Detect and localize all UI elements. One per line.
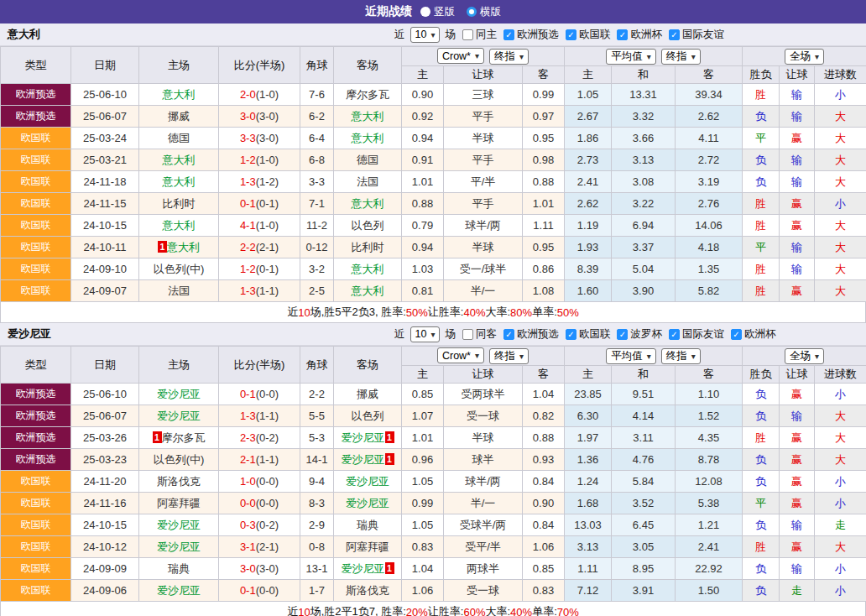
avg-away: 1.52 (676, 405, 743, 427)
league-checkbox[interactable]: ✓ (503, 329, 514, 340)
league-checkbox[interactable]: ✓ (731, 329, 742, 340)
league-checkbox[interactable]: ✓ (617, 29, 628, 40)
average-select[interactable]: 平均值▾ (606, 348, 656, 364)
summary-segment: 40% (463, 306, 485, 319)
avg-home: 23.85 (565, 384, 612, 405)
match-date: 25-06-07 (71, 106, 139, 128)
halftime-score: (1-1) (256, 453, 279, 466)
league-label: 欧洲杯 (744, 327, 776, 342)
league-label: 波罗杯 (630, 327, 662, 342)
odds-home: 0.94 (402, 237, 444, 258)
average-select[interactable]: 平均值▾ (606, 49, 656, 65)
filter-near-label: 近 (394, 327, 405, 342)
score: 1-2(1-0) (219, 149, 300, 171)
halftime-score: (1-1) (256, 410, 279, 422)
home-team-name: 爱沙尼亚 (157, 519, 201, 531)
bookmaker-select[interactable]: Crow*▾ (437, 347, 484, 363)
away-team-name: 意大利 (352, 197, 384, 210)
avg-home: 1.86 (565, 128, 612, 149)
avg-draw: 8.95 (612, 558, 676, 580)
odds-time-select[interactable]: 终指▾ (489, 348, 529, 364)
home-team: 以色列(中) (139, 258, 219, 280)
league-checkbox[interactable]: ✓ (669, 329, 680, 340)
score: 3-0(3-0) (219, 106, 300, 128)
avg-draw: 6.45 (612, 514, 676, 536)
odds-handicap: 平手 (444, 193, 523, 215)
recent-count-select[interactable]: 10▾ (410, 27, 441, 43)
result-goals: 小 (815, 384, 866, 405)
radio-horizontal-layout[interactable]: 横版 (467, 5, 501, 19)
away-team: 阿塞拜疆 (334, 536, 402, 558)
home-team-name: 爱沙尼亚 (157, 540, 201, 553)
result-outcome: 胜 (743, 84, 780, 106)
result-goals: 小 (815, 558, 866, 580)
league-checkbox[interactable]: ✓ (669, 29, 680, 40)
fulltime-score: 3-0 (240, 562, 256, 575)
radio-vertical-layout[interactable]: 竖版 (420, 5, 455, 19)
same-venue-checkbox[interactable] (462, 29, 473, 40)
bookmaker-select-value: Crow* (442, 350, 471, 362)
avg-home: 13.03 (565, 514, 612, 536)
same-venue-checkbox[interactable] (462, 329, 473, 340)
avg-away: 1.50 (676, 580, 743, 602)
fulltime-score: 1-3 (240, 175, 256, 188)
home-team: 法国 (139, 280, 219, 302)
away-team-name: 爱沙尼亚 (346, 497, 389, 509)
away-team-name: 爱沙尼亚 (342, 453, 385, 466)
match-date: 25-06-07 (71, 405, 139, 427)
summary-segment: 70% (557, 606, 579, 616)
result-outcome: 胜 (743, 193, 780, 215)
odds-away: 0.98 (523, 149, 565, 171)
recent-count-select[interactable]: 10▾ (410, 326, 441, 342)
away-team: 意大利 (334, 258, 402, 280)
match-date: 24-11-16 (71, 493, 139, 514)
match-type: 欧国联 (1, 580, 71, 602)
match-scope-select[interactable]: 全场▾ (785, 49, 824, 65)
league-checkbox[interactable]: ✓ (503, 29, 514, 40)
result-handicap: 赢 (780, 449, 815, 471)
red-card-badge: 1 (158, 241, 167, 253)
bookmaker-select[interactable]: Crow*▾ (437, 48, 484, 64)
avg-draw: 4.14 (612, 405, 676, 427)
league-checkbox[interactable]: ✓ (566, 329, 576, 340)
away-team-name: 德国 (357, 154, 378, 166)
league-checkbox[interactable]: ✓ (617, 329, 628, 340)
result-handicap: 赢 (780, 536, 815, 558)
fulltime-score: 2-3 (240, 431, 256, 444)
scope-group-header: 全场▾ (743, 347, 866, 366)
chevron-down-icon: ▾ (475, 351, 479, 360)
fulltime-score: 2-0 (240, 88, 256, 101)
away-team-name: 瑞典 (357, 519, 378, 531)
result-handicap: 输 (780, 149, 815, 171)
away-team: 瑞典 (334, 514, 402, 536)
corner-score: 6-4 (300, 128, 334, 149)
avg-away: 1.35 (676, 258, 743, 280)
chevron-down-icon: ▾ (430, 30, 435, 39)
halftime-score: (1-2) (256, 175, 279, 188)
home-team: 瑞典 (139, 558, 219, 580)
odds-handicap: 球半/两 (444, 215, 523, 237)
summary-segment: 20% (406, 606, 428, 616)
match-type: 欧洲预选 (1, 427, 71, 449)
avg-draw: 3.13 (612, 149, 676, 171)
odds-home: 0.90 (402, 84, 444, 106)
match-scope-select[interactable]: 全场▾ (785, 348, 824, 364)
away-team-name: 阿塞拜疆 (346, 540, 389, 553)
odds-away: 0.82 (523, 405, 565, 427)
away-team-name: 挪威 (357, 388, 378, 400)
home-team: 德国 (139, 128, 219, 149)
odds-home: 0.92 (402, 106, 444, 128)
match-row: 欧国联24-10-15爱沙尼亚0-3(0-2)2-9瑞典1.05受球半/两0.8… (1, 514, 866, 536)
average-time-select[interactable]: 终指▾ (661, 49, 701, 65)
odds-handicap: 平手 (444, 149, 523, 171)
league-checkbox[interactable]: ✓ (566, 29, 576, 40)
odds-time-select[interactable]: 终指▾ (489, 49, 529, 65)
score: 2-0(1-0) (219, 84, 300, 106)
avg-away: 5.38 (676, 493, 743, 514)
fulltime-score: 0-1 (240, 197, 256, 210)
chevron-down-icon: ▾ (519, 52, 524, 61)
sub-column-header: 和 (612, 366, 676, 384)
corner-score: 2-5 (300, 280, 334, 302)
average-time-select[interactable]: 终指▾ (661, 348, 701, 364)
sub-column-header: 让球 (780, 366, 815, 384)
